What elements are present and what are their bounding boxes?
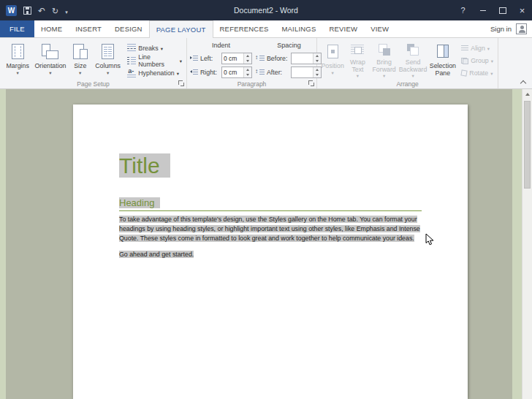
doc-title-text[interactable]: Title xyxy=(119,153,170,178)
help-button[interactable] xyxy=(453,0,473,20)
orientation-button[interactable]: Orientation xyxy=(32,40,68,78)
redo-icon[interactable] xyxy=(52,4,58,17)
wrap-text-icon xyxy=(351,45,364,55)
doc-body-text[interactable]: To take advantage of this template's des… xyxy=(119,216,420,242)
bring-forward-icon xyxy=(379,44,390,56)
hyphenation-button[interactable]: Hyphenation xyxy=(126,68,183,79)
indent-right-spin-buttons[interactable] xyxy=(243,67,251,77)
position-button[interactable]: Position xyxy=(320,40,345,78)
indent-right-icon xyxy=(190,69,198,76)
paragraph-group-label: Paragraph xyxy=(187,80,316,88)
page-setup-dialog-launcher[interactable] xyxy=(178,80,185,87)
tab-view[interactable]: VIEW xyxy=(364,20,395,37)
size-label: Size xyxy=(74,63,86,75)
close-button[interactable] xyxy=(512,0,532,20)
columns-icon xyxy=(102,44,114,59)
columns-button[interactable]: Columns xyxy=(92,40,123,78)
line-numbers-icon xyxy=(127,56,136,65)
columns-label: Columns xyxy=(95,63,121,75)
page-setup-group: Margins Orientation Size Columns Breaks … xyxy=(0,38,187,88)
send-backward-icon xyxy=(407,44,419,56)
send-backward-button[interactable]: Send Backward xyxy=(398,40,428,78)
spacing-before-icon xyxy=(256,55,265,62)
bring-forward-button[interactable]: Bring Forward xyxy=(370,40,398,78)
tab-review[interactable]: REVIEW xyxy=(322,20,364,37)
scroll-up-button[interactable] xyxy=(522,89,532,99)
spacing-before-input[interactable] xyxy=(292,53,313,64)
breaks-icon xyxy=(127,44,136,53)
orientation-icon xyxy=(42,44,58,59)
scrollbar-thumb[interactable] xyxy=(524,101,531,189)
minimize-button[interactable] xyxy=(473,0,493,20)
doc-closing-text[interactable]: Go ahead and get started. xyxy=(119,251,194,258)
position-icon xyxy=(327,45,338,58)
indent-left-spin-buttons[interactable] xyxy=(243,53,251,64)
document-workspace: Title Heading To take advantage of this … xyxy=(0,89,532,399)
size-button[interactable]: Size xyxy=(69,40,92,78)
spacing-after-label: After: xyxy=(267,69,289,76)
quick-access-toolbar xyxy=(0,4,68,17)
indent-right-stepper[interactable] xyxy=(221,66,252,78)
line-numbers-button[interactable]: Line Numbers xyxy=(126,56,183,66)
ribbon-tab-bar: FILE HOME INSERT DESIGN PAGE LAYOUT REFE… xyxy=(0,20,532,37)
group-button[interactable]: Group xyxy=(460,56,495,66)
sign-in-link[interactable]: Sign in xyxy=(490,25,512,33)
vertical-scrollbar[interactable] xyxy=(522,89,532,399)
rotate-label: Rotate xyxy=(469,69,488,77)
indent-left-stepper[interactable] xyxy=(221,53,252,64)
word-app-icon[interactable] xyxy=(6,5,17,16)
rotate-button[interactable]: Rotate xyxy=(460,67,495,78)
tab-home[interactable]: HOME xyxy=(34,20,69,37)
group-caret-icon xyxy=(491,57,493,64)
indent-left-icon xyxy=(190,55,198,62)
indent-right-input[interactable] xyxy=(222,67,243,77)
align-label: Align xyxy=(471,45,485,52)
workspace-right-edge xyxy=(512,89,522,399)
doc-body-block: To take advantage of this template's des… xyxy=(119,215,422,243)
doc-heading-text[interactable]: Heading xyxy=(119,197,160,208)
align-icon xyxy=(461,45,468,52)
hyphenation-icon xyxy=(127,69,136,77)
paragraph-dialog-launcher[interactable] xyxy=(308,80,315,87)
selection-pane-button[interactable]: Selection Pane xyxy=(428,40,457,78)
indent-left-input[interactable] xyxy=(222,53,243,64)
rotate-icon xyxy=(461,69,468,76)
spacing-after-input[interactable] xyxy=(292,67,313,77)
undo-icon[interactable] xyxy=(38,4,45,17)
spacing-before-row: Before: xyxy=(256,52,322,64)
save-icon[interactable] xyxy=(23,7,31,15)
paragraph-group: Indent Left: Right: xyxy=(187,38,317,88)
ribbon: Margins Orientation Size Columns Breaks … xyxy=(0,37,532,89)
breaks-button[interactable]: Breaks xyxy=(126,43,183,54)
hyphenation-caret-icon xyxy=(177,69,179,77)
window-controls xyxy=(453,0,532,20)
group-label: Group xyxy=(471,57,488,64)
selection-pane-icon xyxy=(437,45,449,58)
user-avatar-icon[interactable] xyxy=(516,23,527,34)
tab-references[interactable]: REFERENCES xyxy=(213,20,276,37)
breaks-caret-icon xyxy=(161,45,163,52)
margins-button[interactable]: Margins xyxy=(3,40,32,78)
position-label: Position xyxy=(322,63,344,75)
spacing-after-icon xyxy=(256,69,265,76)
doc-heading-block: Heading xyxy=(119,196,422,211)
line-numbers-caret-icon xyxy=(180,57,182,64)
tab-page-layout[interactable]: PAGE LAYOUT xyxy=(149,20,213,38)
page-setup-group-label: Page Setup xyxy=(0,80,186,88)
collapse-ribbon-button[interactable] xyxy=(517,78,529,86)
titlebar: Document2 - Word xyxy=(0,0,532,20)
spacing-header: Spacing xyxy=(256,42,322,50)
maximize-button[interactable] xyxy=(493,0,512,20)
wrap-text-button[interactable]: Wrap Text xyxy=(345,40,370,78)
tab-design[interactable]: DESIGN xyxy=(108,20,149,37)
tab-file[interactable]: FILE xyxy=(0,20,34,37)
align-button[interactable]: Align xyxy=(460,43,495,54)
indent-right-label: Right: xyxy=(200,69,219,76)
tab-mailings[interactable]: MAILINGS xyxy=(275,20,322,37)
selection-pane-label: Selection Pane xyxy=(428,63,457,77)
spacing-before-label: Before: xyxy=(267,55,289,62)
tab-insert[interactable]: INSERT xyxy=(69,20,108,37)
size-icon xyxy=(73,44,88,59)
document-page[interactable]: Title Heading To take advantage of this … xyxy=(73,104,468,399)
qat-customize-icon[interactable] xyxy=(65,4,68,17)
